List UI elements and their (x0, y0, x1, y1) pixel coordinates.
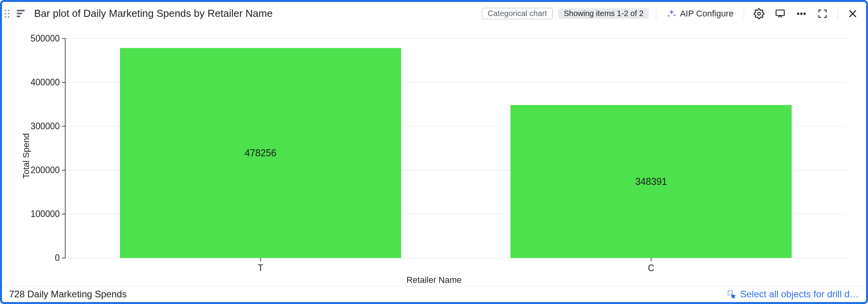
svg-text:200000: 200000 (31, 165, 60, 175)
presentation-icon (775, 8, 786, 19)
y-axis-title: Total Spend (21, 133, 31, 178)
ellipsis-icon (796, 8, 807, 19)
svg-point-6 (801, 13, 803, 14)
svg-text:T: T (258, 263, 263, 273)
svg-point-7 (804, 13, 806, 14)
bar-chart[interactable]: 0100000200000300000400000500000478256T34… (14, 30, 854, 283)
bar-chart-icon (15, 8, 27, 20)
svg-rect-4 (776, 10, 784, 15)
svg-point-3 (758, 12, 761, 15)
svg-text:300000: 300000 (31, 121, 60, 131)
widget-header: Bar plot of Daily Marketing Spends by Re… (2, 2, 866, 25)
aip-configure-label: AIP Configure (680, 9, 734, 19)
more-button[interactable] (794, 6, 809, 22)
svg-rect-1 (17, 13, 22, 14)
settings-button[interactable] (751, 6, 767, 22)
svg-text:400000: 400000 (31, 77, 60, 87)
drag-handle-icon[interactable] (4, 9, 10, 18)
widget-footer: 728 Daily Marketing Spends Select all ob… (2, 286, 866, 302)
chart-type-tag[interactable]: Categorical chart (482, 8, 553, 19)
item-count-tag[interactable]: Showing items 1-2 of 2 (558, 8, 649, 19)
drill-down-label: Select all objects for drill d… (740, 289, 859, 300)
svg-text:500000: 500000 (31, 33, 60, 43)
svg-text:478256: 478256 (245, 148, 276, 159)
svg-text:0: 0 (55, 252, 60, 263)
record-count: 728 Daily Marketing Spends (9, 289, 127, 300)
aip-configure-button[interactable]: AIP Configure (663, 7, 737, 20)
select-drill-icon (727, 290, 736, 299)
svg-point-5 (797, 13, 799, 14)
drill-down-button[interactable]: Select all objects for drill d… (727, 289, 859, 300)
svg-rect-0 (17, 10, 25, 11)
expand-icon (817, 8, 828, 19)
x-axis-title: Retailer Name (2, 275, 866, 285)
expand-button[interactable] (815, 6, 830, 22)
chart-area: Total Spend 0100000200000300000400000500… (2, 25, 866, 286)
svg-text:100000: 100000 (31, 208, 60, 219)
chart-widget: Bar plot of Daily Marketing Spends by Re… (0, 0, 868, 304)
gear-icon (754, 8, 764, 19)
present-button[interactable] (772, 6, 788, 22)
svg-text:C: C (648, 263, 654, 273)
svg-rect-2 (17, 16, 20, 17)
close-icon (847, 8, 858, 19)
widget-title: Bar plot of Daily Marketing Spends by Re… (34, 7, 272, 20)
close-button[interactable] (845, 6, 861, 22)
svg-text:348391: 348391 (635, 176, 667, 187)
sparkle-icon (666, 9, 677, 19)
